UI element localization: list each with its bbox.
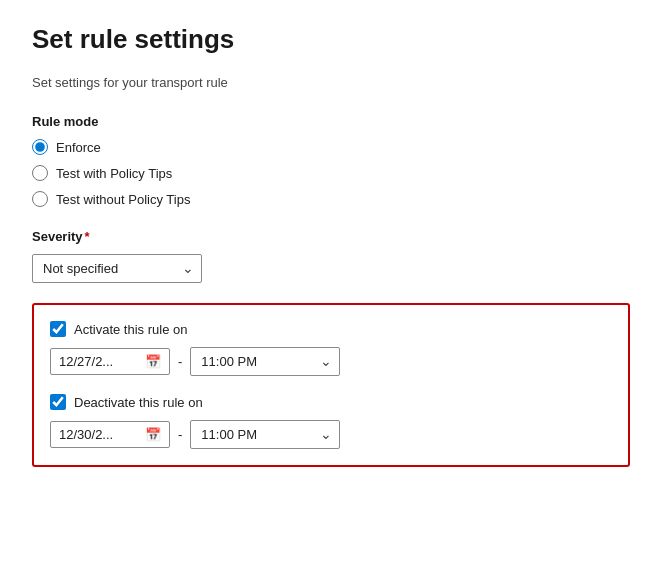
activate-time-select[interactable]: 11:00 PM 12:00 AM 1:00 AM 2:00 AM 3:00 A… <box>190 347 340 376</box>
deactivate-calendar-icon[interactable]: 📅 <box>145 427 161 442</box>
deactivate-time-select-wrapper: 11:00 PM 12:00 AM 1:00 AM 2:00 AM 3:00 A… <box>190 420 340 449</box>
deactivate-date-value: 12/30/2... <box>59 427 139 442</box>
activate-rule-section: Activate this rule on 12/27/2... 📅 - 11:… <box>50 321 612 376</box>
rule-mode-section: Rule mode Enforce Test with Policy Tips … <box>32 114 630 207</box>
radio-enforce-label: Enforce <box>56 140 101 155</box>
activation-box: Activate this rule on 12/27/2... 📅 - 11:… <box>32 303 630 467</box>
severity-select[interactable]: Not specified Low Medium High <box>32 254 202 283</box>
radio-test-with-tips-label: Test with Policy Tips <box>56 166 172 181</box>
deactivate-rule-checkbox[interactable] <box>50 394 66 410</box>
deactivate-time-select[interactable]: 11:00 PM 12:00 AM 1:00 AM 2:00 AM 3:00 A… <box>190 420 340 449</box>
deactivate-date-time-row: 12/30/2... 📅 - 11:00 PM 12:00 AM 1:00 AM… <box>50 420 612 449</box>
activate-rule-label: Activate this rule on <box>74 322 187 337</box>
activate-checkbox-row: Activate this rule on <box>50 321 612 337</box>
radio-enforce[interactable]: Enforce <box>32 139 630 155</box>
activate-date-value: 12/27/2... <box>59 354 139 369</box>
severity-label: Severity* <box>32 229 630 244</box>
activate-time-select-wrapper: 11:00 PM 12:00 AM 1:00 AM 2:00 AM 3:00 A… <box>190 347 340 376</box>
activate-dash: - <box>178 354 182 369</box>
page-title: Set rule settings <box>32 24 630 55</box>
severity-select-wrapper: Not specified Low Medium High <box>32 254 202 283</box>
activate-rule-checkbox[interactable] <box>50 321 66 337</box>
radio-test-without-tips[interactable]: Test without Policy Tips <box>32 191 630 207</box>
radio-test-with-tips[interactable]: Test with Policy Tips <box>32 165 630 181</box>
activate-date-input[interactable]: 12/27/2... 📅 <box>50 348 170 375</box>
severity-section: Severity* Not specified Low Medium High <box>32 229 630 283</box>
activate-calendar-icon[interactable]: 📅 <box>145 354 161 369</box>
deactivate-checkbox-row: Deactivate this rule on <box>50 394 612 410</box>
radio-test-without-tips-label: Test without Policy Tips <box>56 192 190 207</box>
page-subtitle: Set settings for your transport rule <box>32 75 630 90</box>
deactivate-rule-section: Deactivate this rule on 12/30/2... 📅 - 1… <box>50 394 612 449</box>
rule-mode-label: Rule mode <box>32 114 630 129</box>
deactivate-dash: - <box>178 427 182 442</box>
activate-date-time-row: 12/27/2... 📅 - 11:00 PM 12:00 AM 1:00 AM… <box>50 347 612 376</box>
deactivate-date-input[interactable]: 12/30/2... 📅 <box>50 421 170 448</box>
required-indicator: * <box>85 229 90 244</box>
deactivate-rule-label: Deactivate this rule on <box>74 395 203 410</box>
rule-mode-radio-group: Enforce Test with Policy Tips Test witho… <box>32 139 630 207</box>
